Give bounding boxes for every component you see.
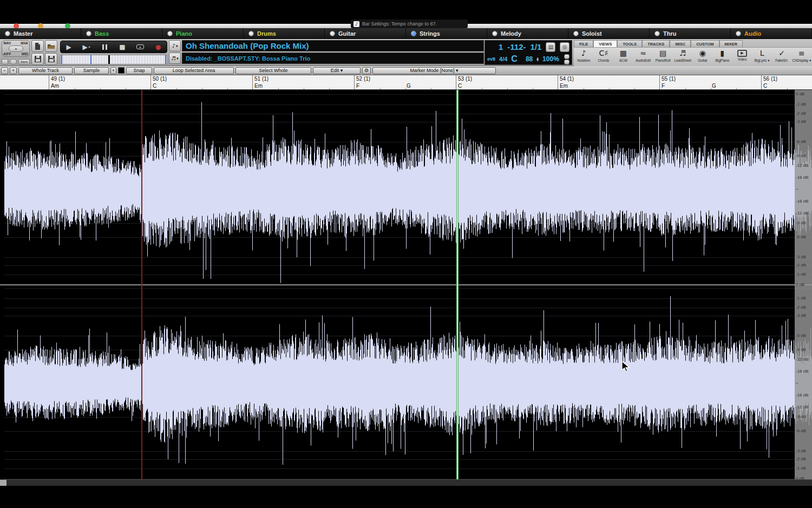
bar-ruler[interactable]: 49 (1)Am50 (1)C51 (1)Em52 (1)FG53 (1)C54… [0, 75, 812, 90]
zoom-out-button[interactable]: − [1, 67, 8, 74]
render-center-button[interactable] [9, 45, 23, 52]
track-selector-master[interactable]: Master [0, 28, 81, 38]
time-signature-display[interactable]: 4/4 [499, 56, 507, 62]
step-down-button[interactable] [564, 60, 569, 64]
oval-indicator[interactable] [10, 59, 17, 64]
current-bar[interactable]: 1 [499, 42, 503, 51]
ruler-bar-49[interactable]: 49 (1)Am [49, 75, 150, 90]
speed-display[interactable]: 100% [542, 55, 559, 63]
hourglass-icon[interactable] [2, 59, 8, 64]
track-radio-icon[interactable] [167, 31, 173, 36]
play-from-button[interactable]: ▶✦ [82, 44, 90, 50]
render-pad-control[interactable]: WAV M4A AIFF MID [2, 40, 30, 57]
db-tick-label: -12 dB [796, 405, 809, 409]
ruler-bar-55[interactable]: 55 (1)FG [659, 75, 761, 90]
scrollbar-corner[interactable] [0, 480, 6, 486]
position-marker[interactable] [108, 55, 110, 64]
ribbon-tab-mixer[interactable]: MIXER [719, 40, 743, 48]
feel-display[interactable]: ev8 [487, 56, 495, 62]
track-radio-icon[interactable] [736, 31, 741, 36]
snap-increment-button[interactable]: + [110, 67, 116, 74]
ribbon-tab-misc[interactable]: MISC [670, 40, 691, 48]
track-selector-audio[interactable]: Audio [731, 28, 812, 38]
track-radio-icon[interactable] [86, 31, 91, 36]
bar-range[interactable]: -112- [507, 42, 526, 51]
track-selector-guitar[interactable]: Guitar [325, 28, 406, 38]
snap-button[interactable]: Snap [126, 67, 152, 74]
ruler-bar-51[interactable]: 51 (1)Em [252, 75, 354, 90]
track-selector-soloist[interactable]: Soloist [568, 28, 650, 38]
snap-color-swatch[interactable] [118, 67, 125, 74]
video-button[interactable]: ▶Video [732, 49, 752, 66]
stop-button[interactable]: ■ [119, 44, 125, 50]
step-up-button[interactable] [564, 54, 569, 59]
chords-button[interactable]: C♯Chords [594, 49, 614, 66]
track-selector-piano[interactable]: Piano [162, 28, 244, 38]
key-display[interactable]: C [511, 54, 518, 64]
record-settings-icon[interactable]: ◎ [560, 42, 569, 52]
track-selector-strings[interactable]: Strings [406, 28, 487, 38]
ribbon-tab-tools[interactable]: TOOLS [617, 40, 642, 48]
zoom-in-button[interactable]: + [10, 67, 17, 74]
chdisplay-button[interactable]: ≡ChDisplay ▾ [792, 49, 812, 66]
song-title-menu-button[interactable]: ♪▼ [169, 40, 181, 51]
copy-icon[interactable]: ▤ [546, 42, 555, 52]
chorus-display[interactable]: 1/1 [531, 42, 542, 51]
track-radio-icon[interactable] [573, 31, 579, 36]
ruler-bar-52[interactable]: 52 (1)FG [354, 75, 456, 90]
track-selector-bass[interactable]: Bass [81, 28, 162, 38]
edit-menu-button[interactable]: Edit ▾ [313, 67, 361, 74]
guitar-button[interactable]: ◉Guitar [693, 49, 713, 66]
song-title-field[interactable]: Oh Shenandoah (Pop Rock Mix) [182, 40, 484, 51]
marker-mode-dropdown[interactable]: Marker Mode [None] ▾ [372, 67, 496, 74]
track-radio-icon[interactable] [492, 31, 497, 36]
loop-button[interactable]: ▸ [136, 44, 144, 49]
save-song-button[interactable] [31, 53, 44, 65]
playhead-line [456, 90, 459, 479]
track-radio-icon[interactable] [5, 31, 10, 36]
track-radio-icon[interactable] [411, 31, 416, 36]
whole-track-button[interactable]: Whole Track [18, 67, 73, 74]
track-selector-drums[interactable]: Drums [244, 28, 325, 38]
pause-button[interactable] [102, 44, 108, 50]
save-mini-button[interactable]: Save [18, 59, 30, 64]
tempo-display[interactable]: 88 [526, 55, 533, 63]
acw-button[interactable]: ▦ACW [613, 49, 633, 66]
track-radio-icon[interactable] [330, 31, 335, 36]
settings-gear-button[interactable]: ⚙ [362, 67, 371, 74]
track-selector-thru[interactable]: Thru [650, 28, 731, 38]
ruler-bar-50[interactable]: 50 (1)C [150, 75, 252, 90]
bigpiano-button[interactable]: ▮BigPiano [712, 49, 732, 66]
ruler-bar-56[interactable]: 56 (1)C [761, 75, 812, 90]
ribbon-tab-views[interactable]: VIEWS [593, 40, 617, 48]
style-menu-button[interactable]: ♬▼ [169, 53, 181, 64]
play-button[interactable]: ▶ [66, 44, 71, 50]
pianoroll-button[interactable]: ▤PianoRoll [653, 49, 673, 66]
audioedit-button[interactable]: ≈AudioEdit [633, 49, 653, 66]
new-song-button[interactable] [31, 40, 44, 52]
fakesh-button[interactable]: ✓FakeSh. [772, 49, 792, 66]
track-radio-icon[interactable] [248, 31, 254, 36]
fakesh-icon: ✓ [772, 49, 792, 58]
db-tick-label: -12 dB [796, 163, 809, 168]
song-position-scrubber[interactable] [60, 55, 167, 64]
sample-button[interactable]: Sample [74, 67, 109, 74]
open-song-button[interactable] [45, 40, 57, 52]
notation-button[interactable]: ♪Notation [574, 49, 594, 66]
biglyric-button[interactable]: LBigLyric ▾ [752, 49, 772, 66]
leadsheet-button[interactable]: ♬LeadSheet [673, 49, 693, 66]
ribbon-tab-tracks[interactable]: TRACKS [642, 40, 670, 48]
ruler-bar-53[interactable]: 53 (1)C [456, 75, 558, 90]
loop-selected-area-button[interactable]: Loop Selected Area [154, 67, 234, 74]
tempo-spinner[interactable]: ▲▼ [536, 57, 539, 61]
style-field[interactable]: Disabled: _BOSSAPT.STY: Bossa Piano Trio [182, 53, 484, 64]
horizontal-scrollbar[interactable] [0, 479, 812, 486]
record-button[interactable]: ● [155, 44, 161, 50]
track-radio-icon[interactable] [654, 31, 660, 36]
track-selector-melody[interactable]: Melody [487, 28, 568, 38]
save-as-button[interactable] [45, 53, 57, 65]
ribbon-tab-file[interactable]: FILE [574, 40, 593, 48]
ribbon-tab-custom[interactable]: CUSTOM [691, 40, 719, 48]
select-whole-button[interactable]: Select Whole [235, 67, 311, 74]
ruler-bar-54[interactable]: 54 (1)Em [558, 75, 659, 90]
